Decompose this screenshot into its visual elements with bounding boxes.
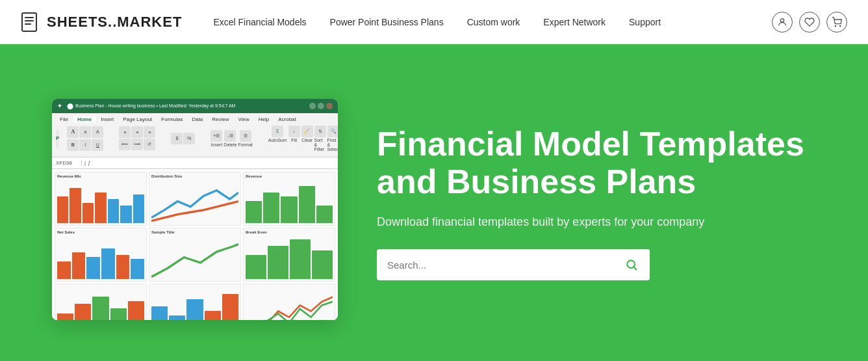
chart-cell-row3-1 xyxy=(55,284,147,320)
hero-heading: Financial Model Templates and Business P… xyxy=(377,125,816,200)
excel-formula-bar: XFD38 | f xyxy=(52,157,338,169)
svg-point-6 xyxy=(840,25,841,26)
chart-area-3 xyxy=(246,180,333,223)
svg-line-8 xyxy=(634,267,637,270)
ribbon-insert-btn: +☰ xyxy=(211,130,222,142)
ribbon-tab-acrobat: Acrobat xyxy=(274,116,300,123)
nav-support[interactable]: Support xyxy=(629,17,661,27)
chart-cell-row3-3 xyxy=(243,284,335,320)
logo[interactable]: SHEETS..MARKET xyxy=(21,10,182,34)
chart-title-2: Distribution Size xyxy=(151,174,238,178)
ribbon-align-6: ↺ xyxy=(144,139,155,150)
search-icon xyxy=(625,258,638,271)
chart-title-3: Revenue xyxy=(246,174,333,178)
ribbon-align-1: ≡ xyxy=(119,126,131,138)
ribbon-tab-formulas: Formulas xyxy=(157,116,186,123)
logo-text: SHEETS..MARKET xyxy=(47,14,182,31)
ribbon-btn-u: U xyxy=(92,139,103,151)
ribbon-num-2: % xyxy=(183,133,195,144)
ribbon-tab-home: Home xyxy=(73,116,96,123)
formula-name-box: XFD38 xyxy=(56,160,82,166)
main-nav: Excel Financial Models Power Point Busin… xyxy=(213,17,772,27)
ribbon-align-5: ⟶ xyxy=(131,139,143,150)
chart-title-6: Break Even xyxy=(246,230,333,234)
search-input[interactable] xyxy=(377,250,613,280)
ribbon-clear-btn: 🧹 xyxy=(301,126,313,137)
chart-title-5: Sample Title xyxy=(151,230,238,234)
user-icon-button[interactable] xyxy=(772,12,793,33)
chart-cell-sample: Sample Title xyxy=(149,228,241,282)
ribbon-btn-2: a xyxy=(79,126,91,138)
excel-charts-grid: Revenue Mix Distribution Size xyxy=(52,169,338,320)
excel-titlebar: ✦ ⬤ Business Plan - House writing busine… xyxy=(52,99,338,113)
svg-rect-1 xyxy=(25,17,34,18)
header: SHEETS..MARKET Excel Financial Models Po… xyxy=(0,0,868,44)
ribbon-delete-btn: -☰ xyxy=(224,130,236,142)
ribbon-btn-b: B xyxy=(67,139,79,151)
ribbon-btn-i: I xyxy=(79,139,91,151)
chart-area-9 xyxy=(246,287,333,320)
chart-cell-distribution: Distribution Size xyxy=(149,172,241,226)
ribbon-find-btn: 🔍 xyxy=(327,126,338,137)
formula-content: f xyxy=(88,160,90,166)
ribbon-paste-btn: P xyxy=(56,129,59,148)
nav-excel-financial-models[interactable]: Excel Financial Models xyxy=(213,17,306,27)
svg-rect-3 xyxy=(25,23,31,25)
ribbon-btn-3: A xyxy=(92,126,103,138)
ribbon-tab-data: Data xyxy=(188,116,207,123)
ribbon-tab-review: Review xyxy=(208,116,233,123)
svg-point-5 xyxy=(835,25,836,26)
chart-area-7 xyxy=(57,287,144,320)
svg-rect-0 xyxy=(22,13,36,31)
chart-cell-netsales: Net Sales xyxy=(55,228,147,282)
svg-rect-2 xyxy=(25,20,34,21)
excel-content-area: Revenue Mix Distribution Size xyxy=(52,169,338,320)
chart-area-8 xyxy=(151,287,238,320)
ribbon-num-1: $ xyxy=(171,133,183,144)
ribbon-align-2: ≡ xyxy=(131,126,143,138)
svg-point-4 xyxy=(780,18,784,21)
logo-icon xyxy=(21,10,42,34)
nav-powerpoint-business-plans[interactable]: Power Point Business Plans xyxy=(330,17,444,27)
chart-cell-revenue: Revenue xyxy=(243,172,335,226)
ribbon-format-btn: ☰ xyxy=(240,130,251,142)
chart-area-5 xyxy=(151,235,238,279)
ribbon-tab-view: View xyxy=(235,116,253,123)
ribbon-btn-1: A xyxy=(67,126,79,138)
cart-icon-button[interactable] xyxy=(826,12,847,33)
ribbon-tab-help: Help xyxy=(255,116,273,123)
chart-cell-row3-2 xyxy=(149,284,241,320)
ribbon-tab-pagelayout: Page Layout xyxy=(119,116,156,123)
hero-section: ✦ ⬤ Business Plan - House writing busine… xyxy=(0,44,868,361)
ribbon-sort-btn: ⇅ xyxy=(314,126,326,137)
nav-custom-work[interactable]: Custom work xyxy=(467,17,520,27)
excel-tabs: File Home Insert Page Layout Formulas Da… xyxy=(56,116,334,123)
ribbon-align-3: ≡ xyxy=(144,126,155,138)
ribbon-tab-insert: Insert xyxy=(97,116,118,123)
heart-icon-button[interactable] xyxy=(799,12,820,33)
nav-expert-network[interactable]: Expert Network xyxy=(543,17,606,27)
ribbon-align-4: ⟵ xyxy=(119,139,131,150)
search-bar xyxy=(377,249,650,280)
excel-ribbon: File Home Insert Page Layout Formulas Da… xyxy=(52,113,338,157)
excel-ribbon-content: P A a A B I U ≡ xyxy=(56,124,334,153)
excel-screenshot: ✦ ⬤ Business Plan - House writing busine… xyxy=(52,99,338,320)
ribbon-tab-file: File xyxy=(56,116,72,123)
chart-area-4 xyxy=(57,235,144,279)
ribbon-fill-btn: ↓ xyxy=(288,126,300,137)
chart-cell-breakeven: Break Even xyxy=(243,228,335,282)
hero-text-area: Financial Model Templates and Business P… xyxy=(377,125,816,280)
search-button[interactable] xyxy=(613,249,650,280)
ribbon-autofill-btn: Σ xyxy=(272,126,283,137)
header-icons xyxy=(772,12,847,33)
chart-area-6 xyxy=(246,235,333,279)
chart-title-1: Revenue Mix xyxy=(57,174,144,178)
chart-area-1 xyxy=(57,180,144,223)
hero-subtext: Download financial templates built by ex… xyxy=(377,213,816,231)
chart-area-2 xyxy=(151,180,238,223)
chart-title-4: Net Sales xyxy=(57,230,144,234)
excel-titlebar-text: Business Plan - House writing business •… xyxy=(75,103,235,108)
chart-cell-revenue-mix: Revenue Mix xyxy=(55,172,147,226)
